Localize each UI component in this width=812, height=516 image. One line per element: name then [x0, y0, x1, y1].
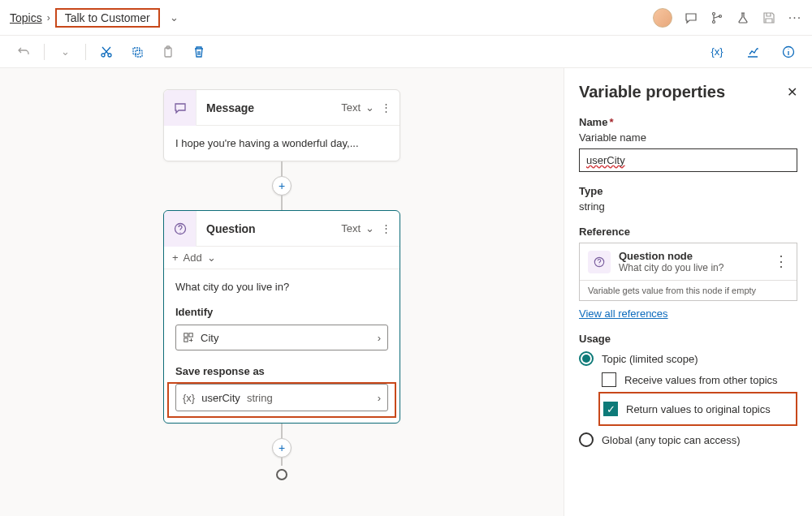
add-bar[interactable]: + Add ⌄ — [164, 247, 400, 269]
type-value: string — [579, 200, 797, 213]
svg-point-4 — [108, 54, 111, 57]
receive-checkbox-row[interactable]: Receive values from other topics — [602, 372, 797, 387]
identify-picker[interactable]: City › — [175, 325, 388, 350]
reference-sub: What city do you live in? — [619, 262, 723, 273]
plus-icon: + — [172, 252, 179, 264]
beaker-icon[interactable] — [736, 11, 750, 25]
toolbar: ⌄ {x} — [0, 36, 812, 68]
reference-box[interactable]: Question node What city do you live in? … — [579, 243, 797, 301]
entity-icon — [183, 332, 194, 343]
connector — [281, 458, 283, 466]
separator — [85, 44, 86, 60]
svg-rect-13 — [184, 338, 188, 342]
delete-button[interactable] — [185, 39, 213, 65]
format-label[interactable]: Text — [341, 101, 361, 114]
add-label: Add — [184, 252, 202, 264]
more-icon[interactable]: ⋮ — [379, 222, 393, 234]
name-label: Name* — [579, 116, 797, 128]
add-node-button[interactable]: + — [272, 438, 292, 458]
analytics-icon[interactable] — [739, 39, 767, 65]
chevron-down-icon[interactable]: ⌄ — [362, 101, 378, 114]
save-label: Save response as — [164, 360, 400, 382]
more-icon[interactable]: ⋮ — [379, 101, 393, 114]
message-node[interactable]: Message Text ⌄ ⋮ I hope you're having a … — [163, 89, 400, 161]
chevron-down-icon: ⌄ — [207, 252, 216, 264]
chevron-right-icon: › — [378, 392, 381, 404]
checkbox-icon — [602, 372, 616, 387]
close-icon[interactable]: ✕ — [787, 84, 797, 100]
node-title: Question — [197, 222, 341, 235]
svg-rect-12 — [189, 333, 192, 337]
usage-label: Usage — [579, 333, 797, 345]
header-actions: ··· — [653, 8, 802, 28]
svg-rect-11 — [184, 333, 188, 337]
end-node[interactable] — [276, 469, 287, 480]
return-checkbox-row[interactable]: ✓ Return values to original topics — [603, 402, 793, 416]
breadcrumb-current[interactable]: Talk to Customer — [55, 8, 160, 28]
panel-title: Variable properties — [579, 83, 725, 101]
question-node[interactable]: Question Text ⌄ ⋮ + Add ⌄ What city do y… — [163, 210, 400, 424]
chevron-down-icon[interactable]: ⌄ — [362, 222, 378, 234]
save-variable-picker[interactable]: {x} userCity string › — [175, 384, 388, 411]
more-icon[interactable]: ··· — [788, 11, 802, 25]
cut-button[interactable] — [93, 39, 120, 65]
undo-button[interactable] — [10, 39, 37, 65]
chevron-right-icon: › — [47, 12, 50, 24]
variable-type: string — [247, 392, 273, 404]
node-title: Message — [197, 101, 341, 114]
save-icon[interactable] — [762, 11, 776, 25]
save-highlight: {x} userCity string › — [167, 382, 396, 418]
breadcrumb-root[interactable]: Topics — [10, 11, 42, 24]
svg-rect-7 — [165, 48, 171, 57]
breadcrumb: Topics › Talk to Customer ⌄ — [10, 8, 179, 28]
usage-global-radio[interactable]: Global (any topic can access) — [579, 432, 797, 447]
svg-rect-6 — [136, 50, 142, 57]
copy-button[interactable] — [123, 39, 151, 65]
name-sublabel: Variable name — [579, 131, 797, 144]
chevron-right-icon: › — [378, 332, 381, 344]
format-label[interactable]: Text — [341, 222, 361, 234]
message-icon — [164, 90, 197, 126]
workspace: Message Text ⌄ ⋮ I hope you're having a … — [0, 68, 812, 516]
canvas[interactable]: Message Text ⌄ ⋮ I hope you're having a … — [0, 68, 564, 516]
separator — [44, 44, 45, 60]
identify-label: Identify — [164, 301, 400, 323]
svg-rect-5 — [133, 48, 140, 54]
view-all-link[interactable]: View all references — [579, 307, 668, 320]
chat-icon[interactable] — [684, 11, 698, 25]
connector — [281, 196, 283, 210]
name-field[interactable]: userCity — [579, 148, 797, 172]
type-label: Type — [579, 185, 797, 197]
connector — [281, 161, 283, 176]
svg-point-1 — [713, 20, 715, 23]
checkbox-icon: ✓ — [603, 402, 618, 416]
chevron-down-button[interactable]: ⌄ — [51, 39, 79, 65]
question-icon — [164, 211, 197, 247]
avatar[interactable] — [653, 8, 672, 28]
more-icon[interactable]: ⋮ — [774, 258, 788, 265]
connector — [281, 424, 283, 438]
usage-topic-radio[interactable]: Topic (limited scope) — [579, 351, 797, 366]
reference-meta: Variable gets value from this node if em… — [580, 280, 797, 300]
radio-label: Global (any topic can access) — [602, 434, 741, 446]
svg-point-0 — [713, 12, 715, 15]
variable-icon[interactable]: {x} — [703, 39, 731, 65]
question-prompt[interactable]: What city do you live in? — [164, 269, 400, 301]
paste-button[interactable] — [154, 39, 182, 65]
radio-icon — [579, 351, 594, 366]
reference-label: Reference — [579, 226, 797, 238]
variable-properties-panel: Variable properties ✕ Name* Variable nam… — [564, 68, 812, 516]
app-header: Topics › Talk to Customer ⌄ ··· — [0, 0, 812, 36]
identify-value: City — [201, 332, 218, 344]
chevron-down-icon[interactable]: ⌄ — [170, 11, 179, 24]
question-icon — [588, 251, 611, 273]
svg-point-3 — [102, 54, 105, 57]
message-body[interactable]: I hope you're having a wonderful day,... — [164, 126, 400, 161]
info-icon[interactable] — [775, 39, 802, 65]
return-highlight: ✓ Return values to original topics — [598, 392, 797, 426]
branch-icon[interactable] — [710, 11, 724, 25]
variable-icon: {x} — [183, 392, 195, 404]
add-node-button[interactable]: + — [272, 176, 292, 196]
radio-icon — [579, 432, 594, 447]
radio-label: Topic (limited scope) — [602, 353, 698, 365]
